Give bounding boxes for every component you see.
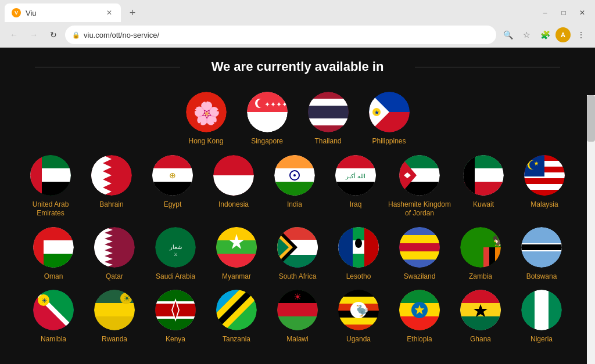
back-button[interactable]: ← xyxy=(6,27,22,43)
country-name-myanmar: Myanmar xyxy=(222,272,251,282)
svg-rect-54 xyxy=(524,184,565,190)
svg-text:الله أكبر: الله أكبر xyxy=(345,172,365,180)
svg-rect-105 xyxy=(495,247,501,268)
extensions-icon[interactable]: 🧩 xyxy=(537,27,553,43)
scrollbar-thumb[interactable] xyxy=(587,95,595,142)
country-malawi[interactable]: ☀ Malawi xyxy=(267,290,328,344)
country-name-zambia: Zambia xyxy=(469,272,492,282)
flag-nigeria xyxy=(521,290,562,330)
svg-text:🦅: 🦅 xyxy=(492,235,501,247)
country-name-indonesia: Indonesia xyxy=(218,200,249,210)
svg-rect-97 xyxy=(399,235,440,243)
svg-rect-96 xyxy=(399,227,440,235)
refresh-button[interactable]: ↻ xyxy=(45,27,62,43)
country-singapore[interactable]: ✦✦✦✦✦ Singapore xyxy=(236,92,298,146)
country-name-philippines: Philippines xyxy=(372,137,406,146)
svg-rect-160 xyxy=(460,316,501,330)
lock-icon: 🔒 xyxy=(72,31,80,39)
svg-rect-55 xyxy=(524,190,565,196)
flag-bahrain xyxy=(91,155,132,196)
search-icon[interactable]: 🔍 xyxy=(500,27,516,43)
svg-text:شعار: شعار xyxy=(169,244,182,251)
flag-lesotho xyxy=(338,227,379,268)
country-botswana[interactable]: Botswana xyxy=(511,227,572,282)
country-name-qatar: Qatar xyxy=(106,272,123,282)
flag-zambia: 🦅 xyxy=(460,227,501,268)
svg-rect-103 xyxy=(483,247,489,268)
flag-myanmar xyxy=(216,227,257,268)
maximize-button[interactable]: □ xyxy=(555,5,572,21)
country-name-swaziland: Swaziland xyxy=(404,272,436,282)
svg-text:⊕: ⊕ xyxy=(169,171,176,180)
scrollbar[interactable] xyxy=(587,95,595,364)
country-name-tanzania: Tanzania xyxy=(223,335,250,344)
country-kenya[interactable]: Kenya xyxy=(145,290,206,344)
country-name-botswana: Botswana xyxy=(526,272,557,282)
svg-rect-109 xyxy=(521,244,562,250)
country-name-rwanda: Rwanda xyxy=(102,335,127,344)
country-iraq[interactable]: الله أكبر Iraq xyxy=(325,155,386,218)
svg-rect-92 xyxy=(338,227,353,268)
new-tab-button[interactable]: + xyxy=(124,5,141,21)
country-swaziland[interactable]: Swaziland xyxy=(389,227,450,282)
country-namibia[interactable]: ☀ Namibia xyxy=(23,290,84,344)
country-ghana[interactable]: Ghana xyxy=(450,290,511,344)
country-rwanda[interactable]: ☀ Rwanda xyxy=(84,290,145,344)
svg-text:☀: ☀ xyxy=(41,297,48,305)
country-name-south-africa: South Africa xyxy=(279,272,317,282)
flag-indonesia xyxy=(213,155,254,196)
country-indonesia[interactable]: Indonesia xyxy=(203,155,264,218)
url-bar[interactable]: 🔒 viu.com/ott/no-service/ xyxy=(65,26,496,44)
country-india[interactable]: India xyxy=(264,155,325,218)
country-hong-kong[interactable]: 🌸 Hong Kong xyxy=(175,92,236,146)
window-controls: – □ ✕ xyxy=(537,5,590,21)
country-tanzania[interactable]: Tanzania xyxy=(206,290,267,344)
country-name-india: India xyxy=(287,200,302,210)
country-oman[interactable]: Oman xyxy=(23,227,84,282)
country-name-egypt: Egypt xyxy=(164,200,182,210)
flag-uganda: 🦤 xyxy=(338,290,379,330)
svg-rect-154 xyxy=(399,316,440,330)
svg-rect-35 xyxy=(335,155,376,168)
country-uae[interactable]: United Arab Emirates xyxy=(20,155,81,218)
minimize-button[interactable]: – xyxy=(537,5,553,21)
svg-rect-47 xyxy=(463,155,475,196)
country-name-bahrain: Bahrain xyxy=(99,200,123,210)
country-saudi-arabia[interactable]: شعار ⚔ Saudi Arabia xyxy=(145,227,206,282)
country-nigeria[interactable]: Nigeria xyxy=(511,290,572,344)
country-ethiopia[interactable]: Ethiopia xyxy=(389,290,450,344)
svg-text:☀: ☀ xyxy=(293,292,302,302)
profile-icon[interactable]: A xyxy=(555,27,571,42)
flag-saudi-arabia: شعار ⚔ xyxy=(155,227,196,268)
country-uganda[interactable]: 🦤 Uganda xyxy=(328,290,389,344)
country-philippines[interactable]: ★ Philippines xyxy=(359,92,420,146)
svg-text:🦤: 🦤 xyxy=(356,304,369,317)
flag-namibia: ☀ xyxy=(33,290,74,330)
country-south-africa[interactable]: South Africa xyxy=(267,227,328,282)
svg-rect-25 xyxy=(152,182,193,196)
svg-rect-73 xyxy=(216,254,257,268)
flag-india xyxy=(274,155,315,196)
country-egypt[interactable]: ⊕ Egypt xyxy=(142,155,203,218)
country-bahrain[interactable]: Bahrain xyxy=(81,155,142,218)
browser-tab[interactable]: V Viu ✕ xyxy=(5,3,121,22)
close-button[interactable]: ✕ xyxy=(574,5,590,21)
forward-button[interactable]: → xyxy=(26,27,42,43)
country-qatar[interactable]: Qatar xyxy=(84,227,145,282)
menu-icon[interactable]: ⋮ xyxy=(573,27,589,43)
svg-rect-104 xyxy=(489,247,495,268)
country-thailand[interactable]: Thailand xyxy=(298,92,359,146)
country-zambia[interactable]: 🦅 Zambia xyxy=(450,227,511,282)
bookmark-icon[interactable]: ☆ xyxy=(518,27,535,43)
svg-rect-139 xyxy=(277,303,318,316)
country-kuwait[interactable]: Kuwait xyxy=(453,155,514,218)
country-malaysia[interactable]: Malaysia xyxy=(514,155,575,218)
country-lesotho[interactable]: Lesotho xyxy=(328,227,389,282)
country-name-oman: Oman xyxy=(44,272,63,282)
flag-singapore: ✦✦✦✦✦ xyxy=(247,92,288,132)
tab-close-button[interactable]: ✕ xyxy=(105,8,114,17)
country-jordan[interactable]: Hashemite Kingdom of Jordan xyxy=(386,155,453,218)
country-myanmar[interactable]: Myanmar xyxy=(206,227,267,282)
country-name-nigeria: Nigeria xyxy=(531,335,553,344)
country-name-hong-kong: Hong Kong xyxy=(188,137,223,146)
